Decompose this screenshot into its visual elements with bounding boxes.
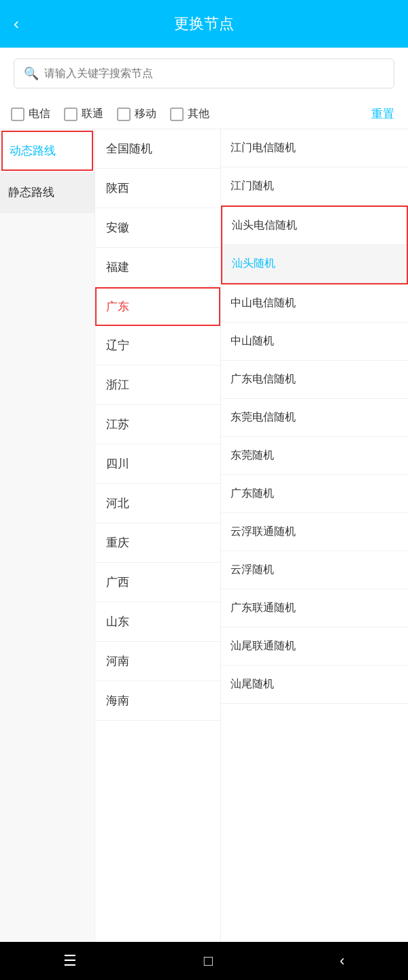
- filter-other-label: 其他: [188, 107, 209, 121]
- middle-item-national[interactable]: 全国随机: [95, 129, 220, 169]
- filter-telecom-label: 电信: [29, 107, 50, 121]
- middle-item-hebei[interactable]: 河北: [95, 484, 220, 523]
- middle-item-zhejiang[interactable]: 浙江: [95, 365, 220, 405]
- nav-menu-button[interactable]: ☰: [50, 947, 90, 975]
- filter-telecom[interactable]: 电信: [11, 107, 50, 121]
- right-item-guangdong[interactable]: 广东随机: [221, 475, 408, 513]
- middle-item-henan[interactable]: 河南: [95, 642, 220, 681]
- checkbox-mobile[interactable]: [117, 108, 131, 121]
- back-button[interactable]: ‹: [14, 14, 19, 33]
- right-item-yunfu-unicom[interactable]: 云浮联通随机: [221, 513, 408, 551]
- filter-unicom[interactable]: 联通: [64, 107, 103, 121]
- middle-item-guangdong[interactable]: 广东: [95, 287, 220, 326]
- right-item-dongguan-telecom[interactable]: 东莞电信随机: [221, 399, 408, 437]
- search-input[interactable]: [44, 67, 384, 80]
- right-item-dongguan[interactable]: 东莞随机: [221, 437, 408, 475]
- reset-button[interactable]: 重置: [371, 106, 394, 122]
- sidebar-item-static[interactable]: 静态路线: [0, 172, 95, 213]
- right-item-jiangmen[interactable]: 江门随机: [221, 167, 408, 206]
- middle-col: 全国随机 陕西 安徽 福建 广东 辽宁 浙江 江苏 四川 河北 重庆 广西 山东…: [95, 129, 221, 942]
- middle-item-shaanxi[interactable]: 陕西: [95, 169, 220, 208]
- middle-item-anhui[interactable]: 安徽: [95, 208, 220, 248]
- left-sidebar: 动态路线 静态路线: [0, 129, 95, 942]
- main-content: 动态路线 静态路线 全国随机 陕西 安徽 福建 广东 辽宁 浙江 江苏 四川 河…: [0, 129, 408, 942]
- right-item-guangdong-unicom[interactable]: 广东联通随机: [221, 589, 408, 627]
- nav-back-button[interactable]: ‹: [326, 947, 358, 975]
- right-item-shantou[interactable]: 汕头随机: [222, 245, 407, 283]
- sidebar-dynamic-label: 动态路线: [10, 144, 56, 157]
- right-item-shanwei-unicom[interactable]: 汕尾联通随机: [221, 627, 408, 666]
- right-item-shantou-telecom[interactable]: 汕头电信随机: [222, 207, 407, 245]
- middle-item-chongqing[interactable]: 重庆: [95, 523, 220, 563]
- nav-home-button[interactable]: □: [190, 947, 226, 975]
- middle-item-hainan[interactable]: 海南: [95, 681, 220, 721]
- right-col: 江门电信随机 江门随机 汕头电信随机 汕头随机 中山电信随机 中山随机 广东电信…: [221, 129, 408, 942]
- middle-item-guangxi[interactable]: 广西: [95, 563, 220, 602]
- search-box: 🔍: [14, 59, 394, 88]
- right-item-shanwei[interactable]: 汕尾随机: [221, 666, 408, 704]
- right-item-jiangmen-telecom[interactable]: 江门电信随机: [221, 129, 408, 167]
- middle-item-jiangsu[interactable]: 江苏: [95, 405, 220, 444]
- bottom-nav: ☰ □ ‹: [0, 942, 408, 980]
- checkbox-unicom[interactable]: [64, 108, 78, 121]
- filter-other[interactable]: 其他: [170, 107, 209, 121]
- sidebar-static-label: 静态路线: [8, 186, 54, 199]
- middle-item-liaoning[interactable]: 辽宁: [95, 326, 220, 365]
- header: ‹ 更换节点: [0, 0, 408, 48]
- filter-mobile[interactable]: 移动: [117, 107, 156, 121]
- right-item-zhongshan[interactable]: 中山随机: [221, 323, 408, 361]
- right-item-guangdong-telecom[interactable]: 广东电信随机: [221, 361, 408, 399]
- right-item-zhongshan-telecom[interactable]: 中山电信随机: [221, 284, 408, 323]
- page-title: 更换节点: [174, 14, 234, 34]
- sidebar-item-dynamic[interactable]: 动态路线: [1, 131, 93, 171]
- filter-unicom-label: 联通: [82, 107, 103, 121]
- middle-item-sichuan[interactable]: 四川: [95, 444, 220, 484]
- middle-item-shandong[interactable]: 山东: [95, 602, 220, 642]
- checkbox-telecom[interactable]: [11, 108, 24, 121]
- checkbox-other[interactable]: [170, 108, 184, 121]
- search-icon: 🔍: [24, 66, 39, 81]
- filter-row: 电信 联通 移动 其他 重置: [0, 99, 408, 129]
- search-container: 🔍: [0, 48, 408, 99]
- middle-item-fujian[interactable]: 福建: [95, 248, 220, 287]
- right-item-yunfu[interactable]: 云浮随机: [221, 551, 408, 589]
- filter-mobile-label: 移动: [135, 107, 156, 121]
- right-group-shantou: 汕头电信随机 汕头随机: [221, 206, 408, 284]
